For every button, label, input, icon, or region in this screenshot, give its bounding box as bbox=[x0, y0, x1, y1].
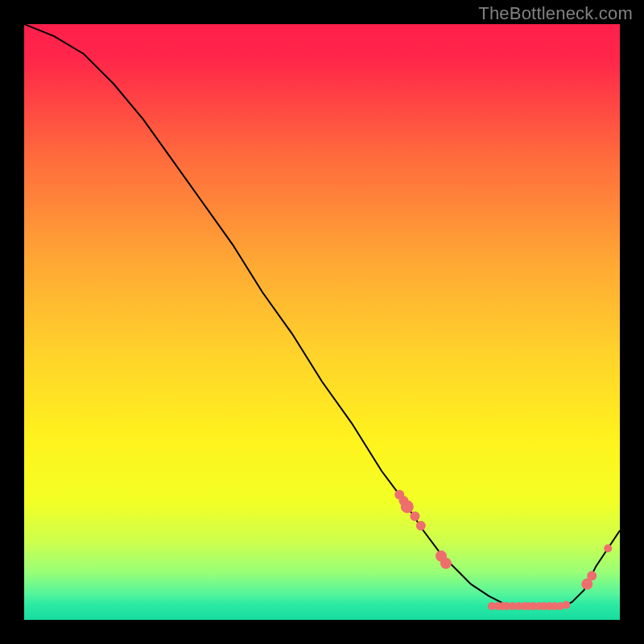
data-point bbox=[562, 601, 570, 609]
chart-plot-area bbox=[24, 24, 620, 620]
gradient-background bbox=[24, 24, 620, 620]
chart-frame: TheBottleneck.com bbox=[0, 0, 644, 644]
attribution-label: TheBottleneck.com bbox=[478, 3, 633, 24]
chart-svg bbox=[24, 24, 620, 620]
data-point bbox=[416, 521, 426, 530]
data-point bbox=[440, 558, 452, 569]
data-point bbox=[401, 500, 414, 513]
data-point bbox=[604, 544, 612, 552]
data-point bbox=[587, 571, 597, 580]
data-point bbox=[410, 511, 419, 521]
